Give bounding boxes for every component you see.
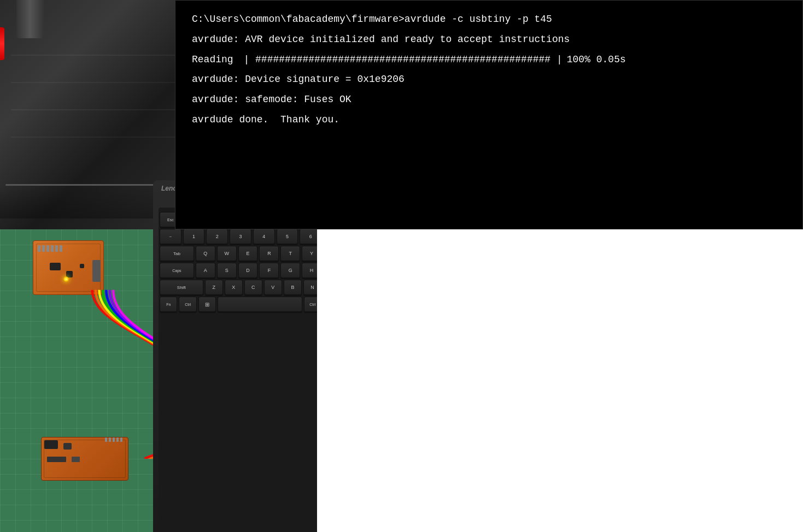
pcb-board-bottom — [41, 437, 128, 481]
key-tilde: ~ — [160, 229, 181, 244]
key-f: F — [259, 263, 279, 278]
key-q: Q — [196, 246, 215, 261]
keyboard-area: Esc F1 F2 F3 F4 F5 × ~ 1 2 3 4 5 6 Tab — [159, 208, 317, 530]
key-h: H — [302, 263, 317, 278]
pcb-cap — [72, 457, 80, 462]
key-shift-left: Shift — [160, 280, 203, 295]
terminal-line-1: C:\Users\common\fabacademy\firmware>avrd… — [192, 11, 786, 27]
key-caps: Caps — [160, 263, 194, 278]
key-e: E — [238, 246, 258, 261]
key-n: N — [303, 280, 317, 295]
pcb-board-top — [33, 240, 104, 295]
key-tab: Tab — [160, 246, 194, 261]
pcb-chip — [44, 440, 58, 449]
bag-red-accent — [0, 27, 4, 60]
bag-strap — [16, 0, 44, 38]
key-5: 5 — [277, 229, 298, 244]
connector — [92, 260, 101, 282]
key-d: D — [238, 263, 258, 278]
key-v: V — [264, 280, 282, 295]
key-ctrl-right: Ctrl — [304, 297, 317, 312]
terminal-line-3: Reading | ##############################… — [192, 52, 786, 68]
terminal-window: C:\Users\common\fabacademy\firmware>avrd… — [175, 0, 803, 229]
key-z: Z — [205, 280, 223, 295]
connector-pins — [105, 438, 122, 442]
key-b: B — [284, 280, 302, 295]
terminal-progress-bar: | ######################################… — [238, 52, 562, 68]
pcb-component-1 — [50, 263, 61, 270]
key-ctrl: Ctrl — [179, 297, 196, 312]
laptop: Lenovo Esc F1 F2 F3 F4 F5 × ~ 1 2 3 4 5 … — [153, 180, 317, 532]
key-y: Y — [302, 246, 317, 261]
terminal-line-6: avrdude done. Thank you. — [192, 112, 786, 128]
terminal-line-4: avrdude: Device signature = 0x1e9206 — [192, 72, 786, 87]
key-row-bottom: Fn Ctrl ⊞ Ctrl — [159, 297, 317, 312]
key-row-numbers: ~ 1 2 3 4 5 6 — [159, 229, 317, 244]
pcb-component-3 — [80, 264, 84, 268]
terminal-reading-label: Reading — [192, 52, 233, 68]
key-win: ⊞ — [198, 297, 216, 312]
key-4: 4 — [253, 229, 275, 244]
key-space — [218, 297, 302, 312]
key-x: X — [225, 280, 243, 295]
terminal-line-5: avrdude: safemode: Fuses OK — [192, 92, 786, 108]
key-t: T — [280, 246, 300, 261]
pcb-resistor — [47, 457, 66, 462]
terminal-line-2: avrdude: AVR device initialized and read… — [192, 32, 786, 48]
key-6: 6 — [300, 229, 317, 244]
key-c: C — [244, 280, 262, 295]
key-w: W — [217, 246, 237, 261]
key-2: 2 — [206, 229, 228, 244]
pcb-pins — [38, 245, 62, 252]
terminal-content: C:\Users\common\fabacademy\firmware>avrd… — [175, 1, 802, 143]
key-g: G — [280, 263, 300, 278]
pcb-chip-2 — [63, 443, 72, 450]
key-fn: Fn — [160, 297, 177, 312]
terminal-percent: 100% 0.05s — [567, 52, 626, 68]
key-row-zxcv: Shift Z X C V B N — [159, 280, 317, 295]
key-r: R — [259, 246, 279, 261]
key-row-asdf: Caps A S D F G H — [159, 263, 317, 278]
key-3: 3 — [230, 229, 251, 244]
key-1: 1 — [183, 229, 205, 244]
key-a: A — [196, 263, 215, 278]
key-row-qwerty: Tab Q W E R T Y — [159, 246, 317, 261]
key-s: S — [217, 263, 237, 278]
led-glow — [63, 276, 69, 282]
